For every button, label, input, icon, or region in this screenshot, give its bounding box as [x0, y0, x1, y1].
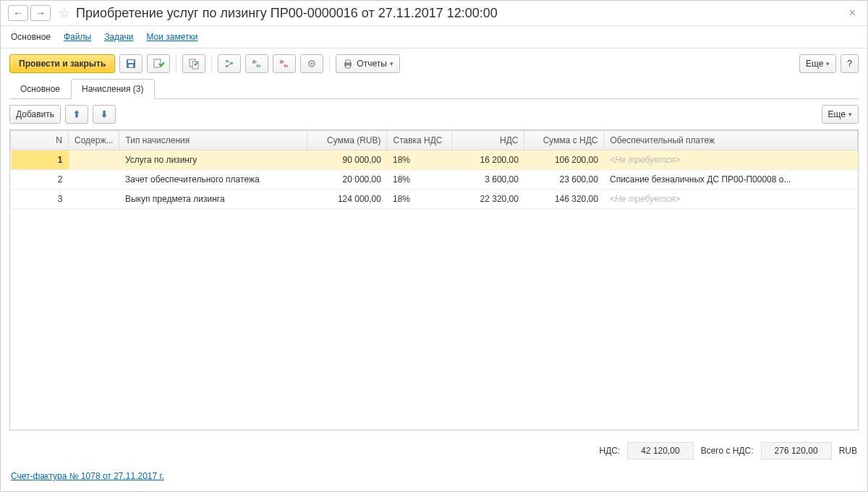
nav-back-button[interactable]: ← [8, 5, 28, 21]
footer-totals: НДС: 42 120,00 Всего с НДС: 276 120,00 R… [1, 436, 867, 465]
reports-label: Отчеты [357, 59, 386, 69]
cell-n[interactable]: 2 [11, 170, 69, 190]
dt-kr-red-button[interactable]: ДтКт [273, 54, 296, 73]
reports-button[interactable]: Отчеты [336, 54, 399, 73]
table-row[interactable]: 2Зачет обеспечительного платежа20 000,00… [11, 170, 858, 190]
cell-security[interactable]: Списание безналичных ДС ПР00-П00008 о... [604, 170, 858, 190]
print-icon [342, 58, 354, 69]
save-icon [125, 58, 137, 69]
dt-kr-green-icon: ДтКт [251, 58, 263, 69]
svg-rect-2 [129, 64, 133, 67]
cell-amountwithvat[interactable]: 106 200,00 [524, 150, 604, 170]
sub-toolbar: Добавить ⬆ ⬇ Еще [1, 99, 867, 130]
more-button[interactable]: Еще [799, 54, 836, 73]
dt-kr-green-button[interactable]: ДтКт [245, 54, 268, 73]
cell-content[interactable] [69, 190, 119, 209]
sub-more-button[interactable]: Еще [822, 105, 859, 124]
vat-value: 42 120,00 [627, 442, 693, 459]
vat-label: НДС: [599, 446, 620, 456]
dt-kr-red-icon: ДтКт [278, 58, 290, 69]
svg-text:Кт: Кт [257, 64, 261, 68]
link-tabs: Основное Файлы Задачи Мои заметки [1, 26, 867, 48]
table-row[interactable]: 3Выкуп предмета лизинга124 000,0018%22 3… [11, 190, 858, 209]
help-button[interactable]: ? [841, 54, 859, 73]
svg-text:Кт: Кт [284, 64, 289, 68]
svg-rect-1 [128, 60, 134, 63]
favorite-star-icon[interactable]: ☆ [59, 5, 70, 21]
link-tab-main[interactable]: Основное [11, 32, 51, 42]
col-amount[interactable]: Сумма (RUB) [307, 131, 387, 150]
cell-security[interactable]: <Не требуется> [604, 150, 858, 170]
cell-vat[interactable]: 22 320,00 [452, 190, 524, 209]
main-toolbar: Провести и закрыть ДтКт ДтКт Отчеты [1, 48, 867, 79]
structure-icon [224, 58, 235, 69]
cell-amount[interactable]: 90 000,00 [307, 150, 387, 170]
col-n[interactable]: N [11, 131, 69, 150]
svg-rect-19 [346, 65, 350, 68]
cell-amount[interactable]: 124 000,00 [307, 190, 387, 209]
col-amountwithvat[interactable]: Сумма с НДС [524, 131, 604, 150]
section-tab-accruals[interactable]: Начисления (3) [71, 79, 155, 99]
cell-type[interactable]: Выкуп предмета лизинга [119, 190, 307, 209]
col-content[interactable]: Содерж... [69, 131, 119, 150]
titlebar: ← → ☆ Приобретение услуг по лизингу ПР00… [1, 1, 867, 26]
add-button[interactable]: Добавить [9, 105, 61, 124]
col-vat[interactable]: НДС [452, 131, 524, 150]
cell-type[interactable]: Зачет обеспечительного платежа [119, 170, 307, 190]
svg-rect-18 [346, 60, 350, 63]
svg-rect-8 [231, 62, 233, 64]
save-button[interactable] [119, 54, 142, 73]
settings-button[interactable] [300, 54, 323, 73]
page-title: Приобретение услуг по лизингу ПР00-00000… [76, 6, 845, 21]
cell-amount[interactable]: 20 000,00 [307, 170, 387, 190]
create-based-on-button[interactable] [182, 54, 205, 73]
total-label: Всего с НДС: [701, 446, 754, 456]
close-icon[interactable]: × [845, 5, 860, 21]
nav-forward-button[interactable]: → [30, 5, 51, 21]
invoice-link[interactable]: Счет-фактура № 1078 от 27.11.2017 г. [11, 471, 164, 481]
accruals-table: N Содерж... Тип начисления Сумма (RUB) С… [10, 130, 858, 209]
col-type[interactable]: Тип начисления [119, 131, 307, 150]
col-vatrate[interactable]: Ставка НДС [387, 131, 452, 150]
cell-vatrate[interactable]: 18% [387, 170, 452, 190]
cell-vatrate[interactable]: 18% [387, 190, 452, 209]
cell-vat[interactable]: 3 600,00 [452, 170, 524, 190]
cell-amountwithvat[interactable]: 23 600,00 [524, 170, 604, 190]
total-value: 276 120,00 [761, 442, 832, 459]
cell-n[interactable]: 3 [11, 190, 69, 209]
link-tab-notes[interactable]: Мои заметки [146, 32, 197, 42]
link-tab-tasks[interactable]: Задачи [104, 32, 133, 42]
cell-type[interactable]: Услуга по лизингу [119, 150, 307, 170]
link-tab-files[interactable]: Файлы [64, 32, 91, 42]
create-based-on-icon [188, 58, 200, 69]
cell-amountwithvat[interactable]: 146 320,00 [524, 190, 604, 209]
currency-label: RUB [839, 446, 857, 456]
cell-content[interactable] [69, 170, 119, 190]
invoice-link-row: Счет-фактура № 1078 от 27.11.2017 г. [1, 465, 867, 491]
cell-vat[interactable]: 16 200,00 [452, 150, 524, 170]
svg-point-16 [311, 63, 313, 65]
svg-line-9 [228, 61, 231, 63]
gear-icon [306, 58, 318, 69]
move-up-button[interactable]: ⬆ [65, 105, 88, 124]
col-security[interactable]: Обеспечительный платеж [604, 131, 858, 150]
section-tab-main[interactable]: Основное [9, 79, 71, 99]
post-icon [153, 58, 164, 69]
cell-vatrate[interactable]: 18% [387, 150, 452, 170]
post-and-close-button[interactable]: Провести и закрыть [9, 54, 115, 73]
accruals-table-wrap: N Содерж... Тип начисления Сумма (RUB) С… [9, 130, 859, 430]
svg-rect-7 [226, 65, 228, 67]
cell-n[interactable]: 1 [11, 150, 69, 170]
svg-rect-6 [226, 60, 228, 62]
move-down-button[interactable]: ⬇ [93, 105, 116, 124]
section-tabs: Основное Начисления (3) [9, 79, 859, 99]
table-row[interactable]: 1Услуга по лизингу90 000,0018%16 200,001… [11, 150, 858, 170]
svg-line-10 [228, 64, 231, 66]
cell-security[interactable]: <Не требуется> [604, 190, 858, 209]
structure-button[interactable] [218, 54, 241, 73]
post-button[interactable] [147, 54, 170, 73]
cell-content[interactable] [69, 150, 119, 170]
